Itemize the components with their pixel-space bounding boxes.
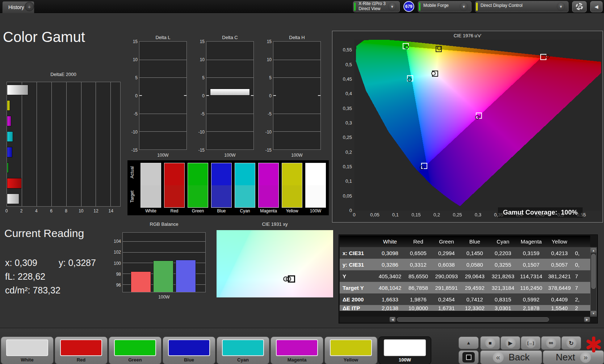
row-label: Target Y: [340, 285, 376, 291]
triangle-up-icon: ▲: [466, 340, 471, 346]
swatch-label: Blue: [211, 208, 232, 213]
pattern-button-red[interactable]: Red: [55, 337, 108, 364]
gridline: [123, 241, 205, 242]
table-row: ΔE 20001,66331,98760,24540,74120,83150,5…: [340, 293, 590, 305]
deltae2000-plot: [7, 82, 121, 207]
swatch-green: [188, 163, 208, 208]
stop-icon: ■: [485, 338, 495, 348]
table-cell: 291,8591: [432, 285, 461, 291]
cie1976-y-tick: 0,5: [336, 62, 352, 67]
pattern-label: Yellow: [325, 357, 377, 363]
continuous-button[interactable]: ∞: [541, 336, 561, 350]
cie1976-x-tick: 0,1: [392, 212, 399, 217]
add-tab-button[interactable]: +: [25, 2, 34, 11]
deltae2000-title: DeltaE 2000: [5, 72, 122, 77]
pattern-window-button[interactable]: [458, 350, 479, 364]
y-tick-label: -5: [258, 111, 272, 117]
table-cell: 0,6505: [404, 250, 432, 256]
table-cell-clipped: 2,: [574, 296, 590, 302]
delta-title: Delta L: [139, 35, 187, 40]
source-dropdown[interactable]: Mobile Forge ▼: [418, 1, 471, 12]
swatch-actual: [164, 163, 184, 185]
pattern-button-cyan[interactable]: Cyan: [217, 337, 269, 364]
bar-magenta: [7, 116, 11, 126]
cie1976-x-tick: 0,3: [475, 212, 481, 217]
pattern-swatch: [384, 339, 426, 356]
table-cell: 381,2421: [545, 273, 574, 279]
scroll-up-button[interactable]: ▲: [591, 248, 596, 253]
pattern-label: Blue: [163, 357, 215, 363]
pattern-swatch: [330, 339, 372, 356]
swatch-actual: [188, 163, 208, 185]
pattern-window-frame: [462, 352, 475, 363]
cie1976-y-tick: 0,2: [336, 149, 352, 155]
cie1976-x-tick: 0,25: [453, 212, 462, 217]
reading-x: x: 0,309: [5, 258, 37, 268]
range-button[interactable]: [↔]: [521, 336, 541, 350]
cie1976-x-tick: 0,2: [433, 212, 440, 217]
table-vertical-scrollbar[interactable]: ▲ ▼: [590, 247, 597, 317]
rgb-balance-x-label: 100W: [122, 295, 206, 300]
collapse-panel-button[interactable]: ◀: [590, 1, 603, 12]
rgb-bar-blue: [176, 260, 196, 292]
table-header-row: WhiteRedGreenBlueCyanMagentaYellow: [340, 236, 590, 247]
y-tick-label: 15: [258, 39, 272, 44]
chevron-double-left-icon: «: [493, 352, 504, 363]
table-cell-clipped: 0,: [574, 250, 590, 256]
table-cell: 0,2454: [432, 296, 461, 302]
deltae2000-x-axis: 02468101214: [7, 208, 121, 214]
rgb-balance-plot: [122, 232, 206, 292]
settings-button[interactable]: [572, 1, 587, 12]
y-tick-label: 0: [124, 93, 138, 98]
table-cell: 0,6038: [432, 262, 461, 268]
scroll-left-button[interactable]: ◀: [390, 317, 395, 322]
reading-y: y: 0,3287: [59, 258, 96, 268]
pattern-button-magenta[interactable]: Magenta: [270, 337, 323, 364]
swatch-target: [282, 185, 302, 207]
swatch-label: Red: [164, 208, 185, 213]
swatch-magenta: [258, 163, 279, 208]
pattern-up-button[interactable]: ▲: [458, 337, 479, 349]
table-cell: 0,3159: [517, 250, 545, 256]
swatch-100w: [305, 163, 326, 208]
display-control-dropdown[interactable]: Direct Display Control ▼: [475, 1, 569, 12]
x-tick-label: 2: [20, 208, 23, 213]
measurement-table-grid: WhiteRedGreenBlueCyanMagentaYellowx: CIE…: [340, 236, 590, 317]
pattern-button-blue[interactable]: Blue: [163, 337, 215, 364]
play-button[interactable]: ▶: [500, 336, 520, 350]
table-horizontal-scrollbar[interactable]: ◀ ▶: [340, 317, 590, 322]
scroll-down-button[interactable]: ▼: [591, 311, 596, 316]
meter-dropdown[interactable]: X-Rite i1Pro 3Direct View ▼: [353, 1, 400, 12]
delta-title: Delta C: [206, 35, 254, 40]
measurement-count-badge[interactable]: 679: [403, 1, 414, 12]
stop-button[interactable]: ■: [480, 336, 500, 350]
back-button[interactable]: « Back: [480, 350, 542, 364]
reading-fl: fL: 228,62: [5, 271, 45, 282]
pattern-button-yellow[interactable]: Yellow: [324, 337, 377, 364]
pattern-button-100w[interactable]: 100W: [378, 337, 431, 364]
pattern-button-white[interactable]: White: [1, 337, 54, 364]
table-cell: 29,0643: [461, 273, 489, 279]
horizontal-scroll-thumb[interactable]: [397, 317, 549, 322]
zero-tick: [318, 95, 320, 96]
delta-panel-delta-l: Delta L151050-5-10-15100W: [123, 35, 188, 173]
source-status-bar: [419, 3, 420, 11]
y-tick-label: 15: [124, 39, 138, 44]
table-cell: 29,4592: [461, 285, 489, 291]
row-label: ΔE 2000: [340, 296, 376, 302]
scroll-right-button[interactable]: ▶: [584, 317, 590, 322]
pattern-button-green[interactable]: Green: [109, 337, 162, 364]
table-cell: 2,1878: [517, 305, 545, 311]
rgb-bar-red: [131, 271, 151, 292]
vertical-scroll-thumb[interactable]: [591, 254, 596, 289]
gridline: [273, 60, 320, 60]
table-row: Target Y408,104286,7858291,859129,459232…: [340, 282, 590, 293]
pattern-swatch: [6, 339, 48, 356]
actual-marker-red: [545, 54, 550, 59]
column-header-White: White: [376, 238, 404, 245]
x-tick-label: 4: [35, 208, 38, 213]
source-label: Mobile Forge: [423, 3, 449, 8]
refresh-button[interactable]: ↻: [561, 336, 581, 350]
display-control-status-bar: [476, 3, 478, 11]
table-row: x: CIE310,30980,65050,29940,14500,22030,…: [340, 247, 590, 259]
